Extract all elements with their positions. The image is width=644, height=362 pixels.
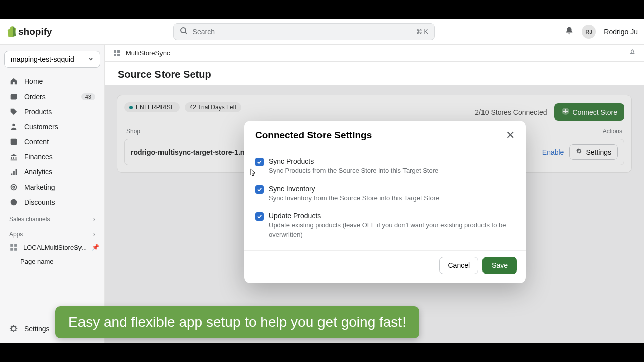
topbar: shopify Search ⌘ K RJ Rodrigo Ju xyxy=(0,19,644,45)
svg-rect-9 xyxy=(10,248,13,251)
opt-update-products-desc: Update existing products (leave OFF if y… xyxy=(269,221,515,239)
search-shortcut: ⌘ K xyxy=(416,28,428,35)
save-button[interactable]: Save xyxy=(482,257,517,274)
opt-sync-inventory-desc: Sync Inventory from the Source Store int… xyxy=(269,194,439,203)
svg-point-2 xyxy=(12,124,15,126)
breadcrumb: MultiStoreSync xyxy=(105,45,644,62)
app-item-page[interactable]: Page name xyxy=(4,255,100,268)
opt-update-products-label: Update Products xyxy=(269,212,515,220)
username[interactable]: Rodrigo Ju xyxy=(604,28,638,36)
nav-finances[interactable]: Finances xyxy=(4,149,100,164)
cancel-button[interactable]: Cancel xyxy=(439,257,478,274)
home-icon xyxy=(9,77,18,86)
search-placeholder: Search xyxy=(193,28,412,36)
opt-sync-products-label: Sync Products xyxy=(269,157,438,165)
orders-badge: 43 xyxy=(81,93,95,100)
svg-point-5 xyxy=(13,186,15,188)
svg-point-0 xyxy=(181,28,186,33)
shopify-bag-icon xyxy=(6,26,17,38)
svg-rect-7 xyxy=(10,244,13,247)
opt-sync-inventory-label: Sync Inventory xyxy=(269,185,439,193)
app-grid-icon xyxy=(113,49,121,57)
nav-orders[interactable]: Orders43 xyxy=(4,89,100,104)
pin-outline-icon[interactable] xyxy=(629,49,636,57)
nav-products[interactable]: Products xyxy=(4,104,100,119)
tag-icon xyxy=(9,107,18,116)
store-selector[interactable]: mapping-test-sqquid xyxy=(4,51,100,68)
svg-rect-8 xyxy=(14,244,17,247)
nav-discounts[interactable]: Discounts xyxy=(4,195,100,210)
nav-customers[interactable]: Customers xyxy=(4,119,100,134)
app-item-multistoresync[interactable]: LOCALMultiStoreSy...📌 xyxy=(4,240,100,255)
content-icon xyxy=(9,137,18,146)
nav-home[interactable]: Home xyxy=(4,74,100,89)
nav-analytics[interactable]: Analytics xyxy=(4,164,100,179)
opt-sync-products-desc: Sync Products from the Source Store into… xyxy=(269,166,438,175)
sidebar: mapping-test-sqquid Home Orders43 Produc… xyxy=(0,45,105,343)
global-search[interactable]: Search ⌘ K xyxy=(173,23,435,40)
pin-icon[interactable]: 📌 xyxy=(92,244,99,251)
checkbox-sync-inventory[interactable] xyxy=(255,185,264,194)
app-icon xyxy=(9,243,18,252)
nav-content[interactable]: Content xyxy=(4,134,100,149)
apps-header[interactable]: Apps› xyxy=(4,225,100,240)
shopify-logo: shopify xyxy=(6,26,52,38)
target-icon xyxy=(9,183,18,192)
chevron-right-icon: › xyxy=(93,216,95,223)
close-icon[interactable]: ✕ xyxy=(506,130,515,141)
page-title: Source Store Setup xyxy=(105,62,644,85)
store-selector-label: mapping-test-sqquid xyxy=(11,55,74,63)
caption-banner: Easy and flexible app setup to help you … xyxy=(55,306,419,338)
svg-rect-10 xyxy=(14,248,17,251)
svg-rect-3 xyxy=(11,139,17,145)
checkbox-sync-products[interactable] xyxy=(255,158,264,166)
svg-point-4 xyxy=(11,185,17,190)
orders-icon xyxy=(9,92,18,101)
breadcrumb-app[interactable]: MultiStoreSync xyxy=(126,49,170,57)
gear-icon xyxy=(9,324,18,333)
modal-title: Connected Store Settings xyxy=(255,130,372,141)
bank-icon xyxy=(9,152,18,161)
svg-rect-1 xyxy=(11,94,17,100)
avatar[interactable]: RJ xyxy=(582,25,596,39)
svg-rect-12 xyxy=(117,50,120,53)
search-icon xyxy=(180,27,188,36)
cursor-icon xyxy=(249,168,257,177)
sales-channels-header[interactable]: Sales channels› xyxy=(4,210,100,225)
checkbox-update-products[interactable] xyxy=(255,212,264,221)
discount-icon xyxy=(9,198,18,207)
svg-rect-11 xyxy=(114,50,116,53)
svg-point-6 xyxy=(11,199,17,206)
analytics-icon xyxy=(9,167,18,176)
brand-text: shopify xyxy=(18,26,52,37)
nav-marketing[interactable]: Marketing xyxy=(4,179,100,195)
chevron-down-icon xyxy=(88,55,94,63)
svg-rect-13 xyxy=(114,54,116,56)
svg-rect-14 xyxy=(117,54,120,56)
connected-store-settings-modal: Connected Store Settings ✕ Sync Products… xyxy=(244,121,526,283)
person-icon xyxy=(9,122,18,131)
chevron-right-icon: › xyxy=(93,231,95,238)
notifications-icon[interactable] xyxy=(565,26,574,37)
